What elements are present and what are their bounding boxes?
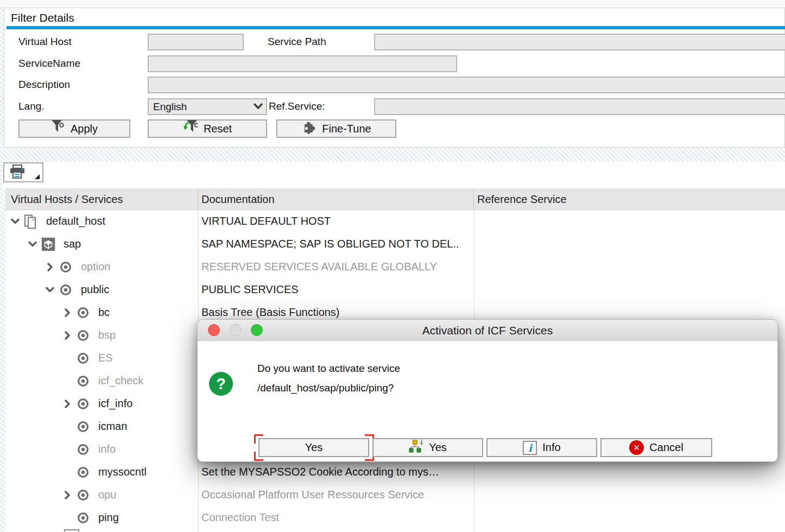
cancel-button[interactable]: ✕ Cancel	[600, 438, 712, 457]
panel-title: Filter Details	[11, 11, 74, 24]
tree-row[interactable]: myssocntlSet the MYSAPSSO2 Cookie Accord…	[5, 461, 785, 484]
filter-reset-icon	[183, 119, 198, 138]
service-icon	[76, 328, 90, 345]
apply-button-label: Apply	[71, 123, 98, 135]
tree-item-label[interactable]: sap	[64, 238, 81, 250]
chevron-down-icon[interactable]	[45, 284, 55, 297]
service-icon	[59, 260, 73, 276]
ref-service-label: Ref.Service:	[269, 100, 325, 112]
dialog-title-bar[interactable]: Activation of ICF Services	[198, 320, 777, 341]
chevron-right-icon[interactable]	[62, 490, 73, 503]
documentation-cell: VIRTUAL DEFAULT HOST	[201, 215, 331, 227]
info-button[interactable]: i Info	[486, 438, 597, 457]
tree-item-label[interactable]: ES	[98, 352, 113, 364]
apply-button[interactable]: Apply	[18, 119, 130, 138]
documentation-cell: Occasional Platform User Ressources Serv…	[201, 489, 424, 501]
documentation-cell: PUBLIC SERVICES	[201, 283, 299, 296]
tree-item-label[interactable]: myssocntl	[98, 466, 147, 478]
yes-button[interactable]: Yes	[258, 438, 369, 457]
tree-item-label[interactable]: bsp	[98, 329, 116, 341]
documentation-cell: RESERVED SERVICES AVAILABLE GLOBALLY	[201, 261, 437, 273]
chevron-right-icon[interactable]	[62, 398, 73, 411]
tree-item-label[interactable]: opu	[98, 489, 116, 501]
activation-dialog: Activation of ICF Services ? Do you want…	[197, 319, 778, 462]
service-icon	[76, 420, 90, 436]
service-name-input[interactable]	[148, 55, 457, 72]
top-band	[0, 0, 785, 8]
tree-item-label[interactable]: default_host	[46, 215, 105, 227]
partial-next-row-icon	[64, 529, 79, 532]
service-icon	[76, 511, 90, 527]
tree-item-label[interactable]: bc	[98, 306, 110, 319]
service-icon	[76, 374, 90, 390]
chevron-right-icon[interactable]	[62, 330, 73, 343]
tree-row[interactable]: default_hostVIRTUAL DEFAULT HOST	[5, 210, 785, 233]
chevron-right-icon[interactable]	[45, 262, 55, 275]
tree-row[interactable]: sapSAP NAMESPACE; SAP IS OBLIGED NOT TO …	[5, 233, 785, 256]
print-dropdown-corner-icon[interactable]	[35, 174, 40, 179]
documentation-cell: Set the MYSAPSSO2 Cookie According to my…	[201, 466, 439, 478]
puzzle-icon	[301, 120, 316, 137]
tree-row[interactable]: publicPUBLIC SERVICES	[5, 278, 785, 301]
info-button-label: Info	[542, 441, 560, 454]
virtual-host-label: Virtual Host	[18, 36, 72, 48]
chevron-down-icon[interactable]	[27, 239, 38, 252]
sap-package-icon	[41, 237, 55, 254]
accent-bar	[7, 26, 785, 29]
language-label: Lang.	[18, 100, 45, 112]
service-path-input[interactable]	[374, 34, 785, 50]
question-icon: ?	[209, 372, 233, 396]
tree-row[interactable]: opuOccasional Platform User Ressources S…	[5, 484, 785, 506]
tree-row[interactable]: pingConnection Test	[5, 506, 785, 529]
host-icon	[24, 214, 39, 232]
print-button[interactable]	[3, 162, 43, 182]
cancel-button-label: Cancel	[649, 441, 683, 454]
filter-details-panel: Filter Details Virtual Host Service Path…	[4, 8, 785, 148]
table-header: Virtual Hosts / Services Documentation R…	[5, 188, 785, 210]
ref-service-input[interactable]	[374, 98, 785, 115]
service-icon	[76, 465, 90, 482]
service-icon	[76, 306, 90, 322]
column-header-documentation[interactable]: Documentation	[198, 188, 474, 210]
documentation-cell: Connection Test	[201, 511, 279, 524]
reset-button[interactable]: Reset	[148, 119, 267, 138]
service-icon	[76, 442, 90, 459]
description-input[interactable]	[148, 77, 785, 93]
chevron-right-icon[interactable]	[62, 307, 73, 320]
column-header-reference-service[interactable]: Reference Service	[474, 188, 785, 210]
tree-item-label[interactable]: icf_check	[98, 375, 143, 387]
service-icon	[76, 397, 90, 413]
tree-item-label[interactable]: option	[81, 261, 111, 273]
fine-tune-button-label: Fine-Tune	[322, 123, 371, 135]
dialog-title: Activation of ICF Services	[198, 320, 777, 341]
chevron-down-icon	[254, 101, 263, 113]
activate-subtree-icon	[409, 440, 423, 455]
reset-button-label: Reset	[204, 123, 232, 135]
language-select-value: English	[153, 101, 187, 113]
yes-button-label: Yes	[305, 441, 323, 454]
cancel-x-icon: ✕	[629, 440, 644, 455]
tree-item-label[interactable]: ping	[98, 511, 119, 524]
virtual-host-input[interactable]	[148, 34, 244, 50]
column-header-virtual-hosts-services[interactable]: Virtual Hosts / Services	[5, 188, 198, 210]
fine-tune-button[interactable]: Fine-Tune	[276, 119, 396, 138]
info-icon: i	[523, 441, 537, 455]
service-icon	[76, 351, 90, 368]
sicf-screen: Filter Details Virtual Host Service Path…	[0, 0, 785, 532]
tree-item-label[interactable]: icman	[98, 420, 127, 433]
dialog-message-line2: /default_host/sap/public/ping?	[257, 382, 394, 394]
language-select[interactable]: English	[148, 98, 267, 115]
yes-with-subtree-button[interactable]: Yes	[372, 438, 483, 457]
tree-item-label[interactable]: info	[98, 443, 116, 455]
tree-item-label[interactable]: icf_info	[98, 397, 132, 410]
filter-icon	[51, 119, 65, 138]
service-icon	[76, 488, 90, 504]
dialog-message-line1: Do you want to activate service	[257, 363, 400, 375]
chevron-down-icon[interactable]	[10, 216, 21, 229]
service-path-label: Service Path	[268, 36, 326, 48]
tree-row[interactable]: optionRESERVED SERVICES AVAILABLE GLOBAL…	[5, 256, 785, 278]
tree-item-label[interactable]: public	[81, 283, 109, 296]
documentation-cell: Basis Tree (Basis Functions)	[201, 306, 340, 319]
service-icon	[59, 283, 73, 299]
documentation-cell: SAP NAMESPACE; SAP IS OBLIGED NOT TO DEL…	[201, 238, 459, 250]
